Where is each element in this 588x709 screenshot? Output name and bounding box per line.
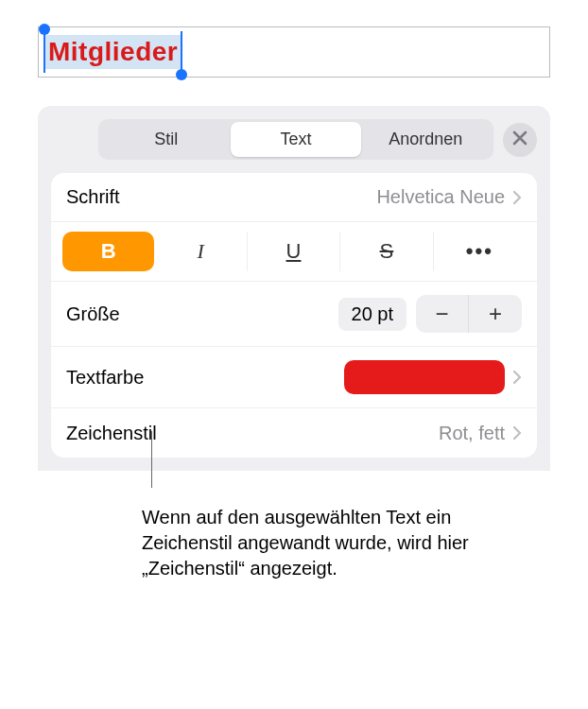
tab-style[interactable]: Stil xyxy=(101,122,231,157)
size-decrease-button[interactable]: − xyxy=(416,295,469,333)
size-value[interactable]: 20 pt xyxy=(338,298,406,331)
size-increase-button[interactable]: + xyxy=(469,295,522,333)
selection-handle-start[interactable] xyxy=(39,24,50,35)
chevron-right-icon xyxy=(512,370,522,385)
format-tabs: Stil Text Anordnen xyxy=(98,119,493,160)
close-icon xyxy=(512,130,527,149)
callout-leader-line xyxy=(151,431,550,488)
font-label: Schrift xyxy=(66,186,120,208)
selected-text: Mitglieder xyxy=(48,37,178,67)
font-row[interactable]: Schrift Helvetica Neue xyxy=(51,173,537,222)
text-style-row: B I U S ••• xyxy=(51,222,537,282)
text-settings-list: Schrift Helvetica Neue B I U S ••• Größe… xyxy=(51,173,537,458)
chevron-right-icon xyxy=(512,190,522,205)
callout-text: Wenn auf den ausgewählten Text ein Zeich… xyxy=(142,488,501,581)
editor-canvas: Mitglieder xyxy=(38,19,550,106)
close-button[interactable] xyxy=(503,123,537,157)
tab-arrange[interactable]: Anordnen xyxy=(361,122,491,157)
italic-button[interactable]: I xyxy=(154,232,247,271)
size-label: Größe xyxy=(66,303,120,325)
underline-button[interactable]: U xyxy=(248,232,340,271)
text-color-swatch[interactable] xyxy=(344,360,505,394)
size-row: Größe 20 pt − + xyxy=(51,282,537,347)
text-box[interactable]: Mitglieder xyxy=(38,26,550,78)
bold-button[interactable]: B xyxy=(62,232,154,271)
strikethrough-button[interactable]: S xyxy=(340,232,433,271)
tab-text[interactable]: Text xyxy=(231,122,360,157)
text-selection[interactable]: Mitglieder xyxy=(44,35,182,69)
format-panel: Stil Text Anordnen Schrift Helvetica Neu… xyxy=(38,106,550,471)
size-stepper: − + xyxy=(416,295,522,333)
text-color-label: Textfarbe xyxy=(66,367,144,389)
font-value: Helvetica Neue xyxy=(376,186,505,208)
text-color-row[interactable]: Textfarbe xyxy=(51,347,537,408)
selection-handle-end[interactable] xyxy=(176,69,187,80)
more-styles-button[interactable]: ••• xyxy=(434,232,526,271)
more-icon: ••• xyxy=(466,239,493,264)
